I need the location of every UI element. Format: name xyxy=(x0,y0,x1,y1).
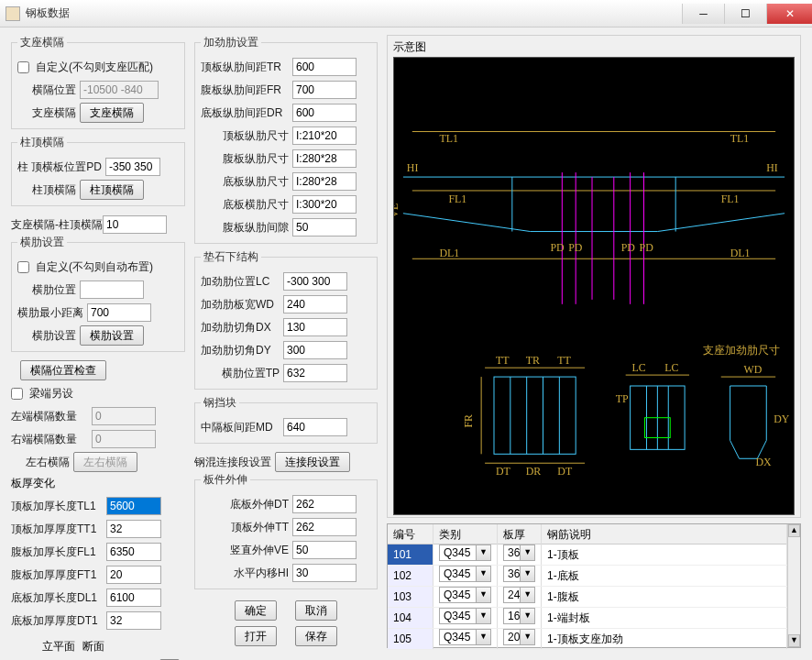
chevron-down-icon[interactable]: ▼ xyxy=(521,587,535,603)
chevron-down-icon[interactable]: ▼ xyxy=(477,566,491,582)
input-bj-ve[interactable] xyxy=(292,541,357,559)
svg-text:支座加劲肋尺寸: 支座加劲肋尺寸 xyxy=(703,344,780,357)
chevron-down-icon[interactable]: ▼ xyxy=(521,629,535,645)
input-dy[interactable] xyxy=(283,341,347,359)
input-tr[interactable] xyxy=(292,58,357,76)
input-tl1[interactable] xyxy=(106,497,161,515)
maximize-button[interactable]: ☐ xyxy=(724,4,766,24)
input-henglei-pos[interactable] xyxy=(80,280,144,299)
legend-banhou: 板厚变化 xyxy=(11,476,185,491)
svg-text:HI: HI xyxy=(766,161,778,174)
chk-liangduan[interactable] xyxy=(11,388,23,400)
btn-ok[interactable]: 确定 xyxy=(235,600,277,621)
group-henglei: 横肋设置 自定义(不勾则自动布置) 横肋位置 横肋最小距离 横肋设置横肋设置 xyxy=(11,235,185,352)
th-type[interactable]: 类别 xyxy=(433,524,498,544)
input-zhizuo-pos[interactable] xyxy=(80,81,159,99)
input-dl1[interactable] xyxy=(106,588,161,607)
input-tsize[interactable] xyxy=(292,126,357,145)
svg-text:DL1: DL1 xyxy=(440,247,460,259)
input-ft1[interactable] xyxy=(106,566,161,584)
type-select[interactable]: Q345▼ xyxy=(439,629,491,645)
thk-select[interactable]: 24▼ xyxy=(503,587,535,603)
type-select[interactable]: Q345▼ xyxy=(439,544,491,561)
svg-text:WD: WD xyxy=(744,363,763,376)
input-fgap[interactable] xyxy=(292,218,357,236)
table-row[interactable]: 103Q345▼24▼1-腹板 xyxy=(388,587,787,608)
btn-lr[interactable]: 左右横隔 xyxy=(73,452,137,472)
chevron-down-icon[interactable]: ▼ xyxy=(521,544,535,561)
input-tt1[interactable] xyxy=(106,520,161,538)
titlebar: 钢板数据 ─ ☐ ✕ xyxy=(0,0,812,28)
input-dt1[interactable] xyxy=(106,611,161,630)
table-row[interactable]: 101Q345▼36▼1-顶板 xyxy=(388,544,787,566)
input-wd[interactable] xyxy=(283,295,347,314)
thk-select[interactable]: 36▼ xyxy=(503,544,535,561)
table-row[interactable]: 104Q345▼16▼1-端封板 xyxy=(388,608,787,629)
input-right-count[interactable] xyxy=(92,430,156,448)
th-id[interactable]: 编号 xyxy=(388,524,433,544)
input-dr[interactable] xyxy=(292,104,357,122)
input-md[interactable] xyxy=(283,418,347,436)
group-jiajin: 加劲肋设置 顶板纵肋间距TR 腹板纵肋间距FR 底板纵肋间距DR 顶板纵肋尺寸 … xyxy=(194,35,378,244)
btn-zhizuo[interactable]: 支座横隔 xyxy=(80,103,144,123)
minimize-button[interactable]: ─ xyxy=(682,4,724,24)
type-select[interactable]: Q345▼ xyxy=(439,566,491,582)
thk-select[interactable]: 16▼ xyxy=(503,608,535,624)
table-row[interactable]: 102Q345▼36▼1-底板 xyxy=(388,566,787,587)
btn-hg-check[interactable]: 横隔位置检查 xyxy=(20,360,106,380)
svg-text:DL1: DL1 xyxy=(730,247,751,259)
chk-henglei-custom[interactable] xyxy=(17,261,29,273)
window-title: 钢板数据 xyxy=(26,6,682,21)
chk-zhizuo-custom[interactable] xyxy=(17,61,29,73)
btn-cancel[interactable]: 取消 xyxy=(295,600,337,621)
group-banjian: 板件外伸 底板外伸DT 顶板外伸TT 竖直外伸VE 水平内移HI xyxy=(194,472,378,589)
th-desc[interactable]: 钢筋说明 xyxy=(542,524,787,544)
svg-text:TT: TT xyxy=(557,354,571,367)
input-bj-dt[interactable] xyxy=(292,495,357,513)
input-dsize[interactable] xyxy=(292,172,357,191)
svg-text:FR: FR xyxy=(462,414,475,428)
chevron-down-icon[interactable]: ▼ xyxy=(521,608,535,624)
chevron-down-icon[interactable]: ▼ xyxy=(477,544,491,561)
svg-text:DX: DX xyxy=(755,456,772,468)
svg-text:DT: DT xyxy=(557,465,573,478)
close-button[interactable]: ✕ xyxy=(766,4,812,24)
input-tp[interactable] xyxy=(283,364,347,382)
scroll-up-icon[interactable]: ▲ xyxy=(788,524,800,537)
type-select[interactable]: Q345▼ xyxy=(439,587,491,603)
input-fr[interactable] xyxy=(292,81,357,99)
chevron-down-icon[interactable]: ▼ xyxy=(477,587,491,603)
input-pd[interactable] xyxy=(105,158,160,176)
input-bj-hi[interactable] xyxy=(292,564,357,582)
btn-open[interactable]: 打开 xyxy=(235,626,277,646)
svg-text:PD: PD xyxy=(640,241,654,254)
input-fsize[interactable] xyxy=(292,149,357,168)
table-row[interactable]: 105Q345▼20▼1-顶板支座加劲 xyxy=(388,629,787,650)
group-gangdang: 钢挡块 中隔板间距MD xyxy=(194,395,378,444)
svg-text:TL1: TL1 xyxy=(440,132,459,145)
table-scrollbar[interactable]: ▲ ▼ xyxy=(787,524,800,647)
input-dheng[interactable] xyxy=(292,195,357,214)
legend-zhuding: 柱顶横隔 xyxy=(17,135,67,150)
svg-text:DR: DR xyxy=(526,465,542,478)
input-fl1[interactable] xyxy=(106,543,161,561)
btn-save[interactable]: 保存 xyxy=(295,626,337,646)
input-hebing[interactable] xyxy=(103,215,167,234)
chevron-down-icon[interactable]: ▼ xyxy=(521,566,535,582)
chevron-down-icon[interactable]: ▼ xyxy=(477,608,491,624)
input-bj-tt[interactable] xyxy=(292,518,357,536)
scroll-down-icon[interactable]: ▼ xyxy=(788,634,800,647)
type-select[interactable]: Q345▼ xyxy=(439,608,491,624)
btn-henglei[interactable]: 横肋设置 xyxy=(80,325,144,346)
input-dx[interactable] xyxy=(283,318,347,336)
btn-ghlj[interactable]: 连接段设置 xyxy=(275,452,350,472)
btn-zhuding[interactable]: 柱顶横隔 xyxy=(80,180,144,200)
chevron-down-icon[interactable]: ▼ xyxy=(477,629,491,645)
th-thk[interactable]: 板厚 xyxy=(498,524,542,544)
input-lc[interactable] xyxy=(283,272,347,291)
input-left-count[interactable] xyxy=(92,407,156,425)
input-henglei-min[interactable] xyxy=(87,303,151,322)
thk-select[interactable]: 20▼ xyxy=(503,629,535,645)
group-dianshi: 垫石下结构 加劲肋位置LC 加劲肋板宽WD 加劲肋切角DX 加劲肋切角DY 横肋… xyxy=(194,249,378,390)
thk-select[interactable]: 36▼ xyxy=(503,566,535,582)
